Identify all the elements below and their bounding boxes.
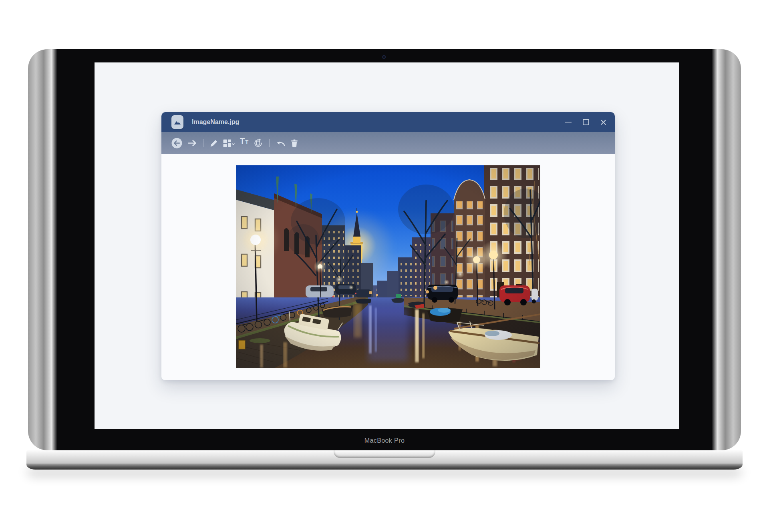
text-tool-glyph-small: T [245,139,248,145]
arrow-left-circle-icon [171,138,182,149]
image-icon [171,115,183,129]
forward-button[interactable] [187,137,197,150]
titlebar: ImageName.jpg [161,112,615,132]
text-tool-glyph-large: T [240,137,245,146]
undo-button[interactable] [276,137,286,150]
viewer-content [161,154,615,380]
minimize-button[interactable] [565,119,572,126]
brand-label: MacBook Pro [0,435,769,446]
pencil-icon [210,139,218,147]
close-button[interactable] [600,119,607,126]
undo-icon [276,140,286,147]
close-icon [600,119,606,125]
back-button[interactable] [171,137,182,150]
layout-button[interactable] [223,137,235,150]
grid-icon [223,139,235,147]
image-viewer-window: ImageName.jpg [161,112,615,380]
window-title: ImageName.jpg [192,118,239,126]
text-tool-button[interactable]: T T [240,137,248,150]
toolbar-divider [203,139,203,147]
rotate-button[interactable] [254,137,263,150]
macbook-mockup-stage: MacBook Pro ImageName.jpg [0,0,769,532]
chevron-down-icon [232,144,234,145]
webcam-icon [382,55,386,59]
toolbar-divider [269,139,270,147]
maximize-button[interactable] [582,119,589,126]
toolbar: T T [161,132,615,154]
amsterdam-canal-photo [236,165,540,368]
delete-button[interactable] [291,137,298,150]
trash-icon [291,139,298,147]
window-controls [565,119,615,126]
arrow-right-icon [187,139,197,147]
edit-button[interactable] [210,137,218,150]
laptop-base-notch [334,450,435,458]
laptop-base-edge [26,464,743,470]
rotate-icon [254,139,263,148]
